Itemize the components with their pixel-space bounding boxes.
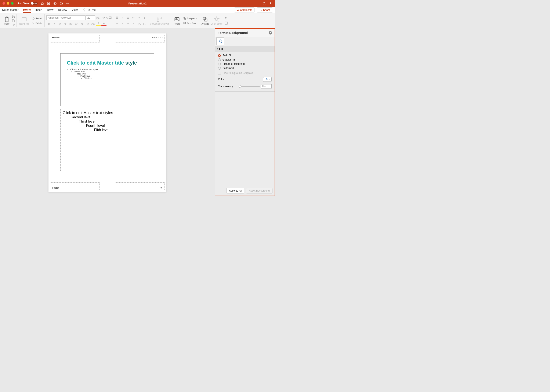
font-size-select[interactable]	[86, 15, 95, 20]
cut-icon[interactable]	[11, 14, 15, 18]
tab-review[interactable]: Review	[58, 7, 67, 13]
paint-bucket-icon	[265, 78, 268, 81]
strike-button[interactable]: S	[63, 21, 68, 26]
italic-button[interactable]: I	[52, 21, 57, 26]
comment-icon	[236, 9, 239, 11]
maximize-window-button[interactable]	[11, 2, 14, 5]
highlight-icon[interactable]: A	[96, 21, 101, 26]
solid-fill-radio[interactable]: Solid fill	[218, 53, 272, 58]
font-name-select[interactable]	[46, 15, 85, 20]
redo-icon[interactable]	[60, 2, 63, 5]
more-icon[interactable]	[66, 2, 70, 5]
collaborators-icon[interactable]	[269, 2, 272, 5]
arrange-group: Arrange Quick Styles	[199, 14, 229, 27]
fill-section-header[interactable]: ▾ Fill	[215, 46, 275, 52]
increase-font-icon[interactable]: A▴	[95, 15, 100, 20]
font-color-icon[interactable]: A	[101, 21, 106, 26]
apply-to-all-button[interactable]: Apply to All	[226, 188, 244, 193]
paragraph-group: ☰ ≡ ≣ ⇤ ⇥ ↕ ≡ ≡ ≡ ≡ ↕A ▯▯ Convert to Sma…	[113, 14, 171, 27]
copy-icon[interactable]	[11, 19, 15, 23]
color-row: Color ▾	[218, 76, 272, 83]
home-icon[interactable]	[41, 2, 44, 5]
shape-outline-icon[interactable]	[224, 21, 228, 25]
undo-icon[interactable]	[53, 2, 57, 5]
tab-view[interactable]: View	[72, 7, 78, 13]
svg-point-3	[263, 2, 265, 4]
shape-fill-icon[interactable]	[224, 16, 228, 20]
text-box-button[interactable]: Text Box	[182, 21, 197, 25]
quick-styles-button: Quick Styles	[210, 16, 223, 25]
color-picker-button[interactable]: ▾	[263, 77, 272, 82]
decrease-font-icon[interactable]: A▾	[101, 15, 106, 20]
shapes-icon	[183, 17, 186, 20]
transparency-input[interactable]	[261, 84, 272, 89]
fill-tab-button[interactable]	[216, 37, 224, 45]
pattern-fill-radio[interactable]: Pattern fill	[218, 66, 272, 70]
columns-icon[interactable]: ▯▯	[142, 21, 147, 26]
transparency-label: Transparency	[218, 85, 233, 88]
bold-button[interactable]: B	[46, 21, 51, 26]
tab-notes-master[interactable]: Notes Master	[2, 7, 18, 13]
slide-thumbnail[interactable]: Click to edit Master title style Click t…	[60, 53, 154, 106]
align-center-icon[interactable]: ≡	[120, 21, 125, 26]
fill-section: ▾ Fill Solid fill Gradient fill Picture …	[215, 46, 275, 92]
picture-button[interactable]: Picture	[173, 16, 181, 25]
change-case-icon[interactable]: Aa	[90, 21, 95, 26]
save-icon[interactable]	[47, 2, 50, 5]
superscript-icon[interactable]: x²	[74, 21, 79, 26]
canvas[interactable]: Header 08/08/2023 Click to edit Master t…	[0, 28, 215, 196]
autosave-toggle[interactable]: OFF	[30, 2, 38, 5]
notes-text-placeholder[interactable]: Click to edit Master text styles Second …	[60, 109, 154, 171]
search-icon[interactable]	[262, 2, 266, 5]
document-title: Presentation2	[128, 2, 147, 5]
new-slide-button: New Slide	[18, 16, 30, 25]
delete-button: Delete	[31, 21, 43, 25]
text-direction-icon[interactable]: ↕A	[137, 21, 142, 26]
transparency-slider[interactable]	[239, 86, 260, 87]
tell-me-search[interactable]: Tell me	[83, 8, 96, 11]
strikethrough-icon[interactable]: ab	[68, 21, 73, 26]
clear-format-icon[interactable]: A⌫	[106, 15, 111, 20]
align-left-icon[interactable]: ≡	[114, 21, 120, 26]
page-number-placeholder[interactable]: ‹#›	[115, 182, 164, 190]
bullets-icon[interactable]: ☰	[114, 15, 120, 20]
radio-icon	[218, 58, 221, 61]
arrange-icon	[202, 16, 208, 22]
close-window-button[interactable]	[3, 2, 5, 5]
subscript-icon[interactable]: x₂	[79, 21, 85, 26]
footer-placeholder[interactable]: Footer	[50, 182, 99, 190]
decrease-indent-icon[interactable]: ⇤	[131, 15, 136, 20]
pane-header: Format Background ✕	[215, 29, 275, 37]
share-button[interactable]: Share	[257, 7, 273, 13]
autosave-state: OFF	[34, 2, 37, 4]
comments-button[interactable]: Comments	[234, 7, 255, 13]
minimize-window-button[interactable]	[7, 2, 9, 5]
picture-fill-radio[interactable]: Picture or texture fill	[218, 62, 272, 66]
increase-indent-icon[interactable]: ⇥	[137, 15, 142, 20]
gradient-fill-radio[interactable]: Gradient fill	[218, 58, 272, 62]
insert-group: Picture Shapes ▾ Text Box	[171, 14, 199, 27]
arrange-button[interactable]: Arrange	[201, 16, 210, 25]
svg-rect-22	[225, 22, 227, 24]
multilevel-icon[interactable]: ≣	[126, 15, 131, 20]
workspace: Header 08/08/2023 Click to edit Master t…	[0, 28, 275, 196]
tab-insert[interactable]: Insert	[35, 7, 42, 13]
share-icon	[260, 9, 262, 11]
header-placeholder[interactable]: Header	[50, 35, 99, 43]
svg-rect-12	[157, 17, 159, 19]
date-placeholder[interactable]: 08/08/2023	[115, 35, 164, 43]
underline-button[interactable]: U	[57, 21, 63, 26]
tab-home[interactable]: Home	[23, 7, 31, 13]
tab-draw[interactable]: Draw	[47, 7, 53, 13]
justify-icon[interactable]: ≡	[131, 21, 136, 26]
format-painter-icon[interactable]	[11, 23, 15, 27]
paste-button[interactable]: Paste	[3, 16, 11, 25]
clipboard-group: Paste	[2, 14, 17, 27]
align-right-icon[interactable]: ≡	[126, 21, 131, 26]
numbering-icon[interactable]: ≡	[120, 15, 125, 20]
checkbox-icon	[218, 72, 221, 75]
shapes-button[interactable]: Shapes ▾	[182, 16, 197, 20]
pane-close-button[interactable]: ✕	[269, 31, 272, 35]
char-spacing-icon[interactable]: AV	[85, 21, 90, 26]
line-spacing-icon[interactable]: ↕	[142, 15, 147, 20]
